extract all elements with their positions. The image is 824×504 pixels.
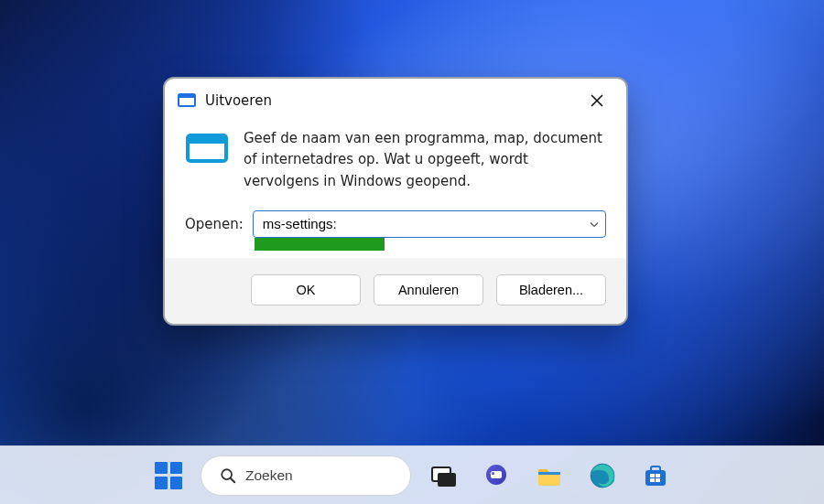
dialog-description: Geef de naam van een programma, map, doc…: [244, 128, 606, 192]
svg-line-7: [231, 477, 235, 482]
svg-rect-17: [651, 466, 660, 472]
taskbar: Zoeken: [0, 445, 824, 504]
dialog-footer: OK Annuleren Bladeren...: [165, 258, 626, 324]
svg-point-12: [492, 471, 494, 474]
open-input[interactable]: [253, 210, 606, 238]
svg-rect-21: [656, 478, 660, 482]
store-icon: [641, 461, 670, 490]
svg-rect-13: [538, 472, 560, 475]
run-icon-large: [185, 130, 229, 166]
search-icon: [220, 467, 236, 484]
edge-button[interactable]: [581, 455, 623, 497]
svg-rect-5: [188, 135, 226, 144]
run-dialog: Uitvoeren Geef de naam van een programma…: [163, 77, 628, 326]
task-view-icon: [428, 461, 458, 490]
edge-icon: [588, 461, 617, 490]
svg-rect-9: [438, 473, 456, 487]
taskbar-search-label: Zoeken: [245, 467, 293, 484]
dialog-titlebar: Uitvoeren: [165, 79, 626, 117]
file-explorer-button[interactable]: [528, 455, 570, 497]
run-icon: [178, 91, 196, 110]
task-view-button[interactable]: [422, 455, 464, 497]
svg-rect-19: [656, 474, 660, 477]
dialog-title: Uitvoeren: [205, 92, 272, 109]
dialog-body: Geef de naam van een programma, map, doc…: [165, 117, 626, 258]
svg-rect-1: [179, 94, 195, 98]
svg-rect-18: [650, 474, 655, 477]
chat-button[interactable]: [475, 455, 517, 497]
store-button[interactable]: [634, 455, 677, 497]
ok-button[interactable]: OK: [251, 274, 361, 306]
file-explorer-icon: [535, 461, 564, 490]
close-button[interactable]: [580, 88, 613, 113]
chat-icon: [482, 461, 511, 490]
open-row: Openen:: [185, 210, 606, 238]
annotation-highlight: [255, 238, 385, 251]
cancel-button[interactable]: Annuleren: [374, 274, 483, 306]
start-icon: [155, 462, 182, 489]
svg-rect-20: [650, 478, 655, 482]
close-icon: [591, 94, 603, 107]
browse-button[interactable]: Bladeren...: [496, 274, 606, 306]
open-combobox[interactable]: [253, 210, 606, 238]
open-label: Openen:: [185, 216, 244, 232]
taskbar-search[interactable]: Zoeken: [201, 456, 411, 496]
start-button[interactable]: [147, 455, 190, 497]
